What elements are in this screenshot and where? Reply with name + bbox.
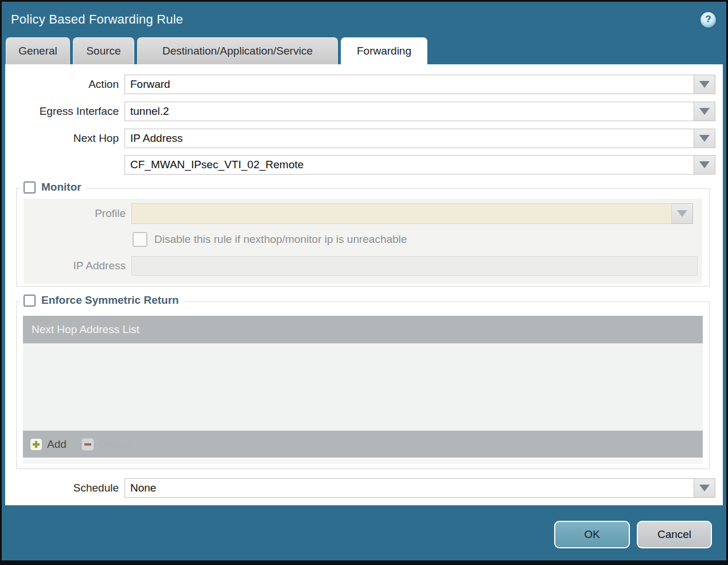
next-hop-address-list-footer: Add Delete bbox=[23, 431, 703, 458]
profile-dropdown-button bbox=[672, 203, 693, 224]
next-hop-address-list-table: Next Hop Address List Add Delete bbox=[23, 316, 703, 464]
tab-forwarding[interactable]: Forwarding bbox=[341, 37, 427, 64]
monitor-legend: Monitor bbox=[21, 181, 87, 194]
action-label: Action bbox=[5, 78, 119, 91]
schedule-row: Schedule None bbox=[5, 478, 715, 498]
egress-interface-dropdown-button[interactable] bbox=[694, 102, 715, 121]
profile-label: Profile bbox=[24, 207, 126, 220]
table-scrollbar-track[interactable] bbox=[23, 459, 703, 464]
enforce-symmetric-return-legend: Enforce Symmetric Return bbox=[21, 294, 185, 307]
dialog-titlebar: Policy Based Forwarding Rule ? bbox=[2, 2, 726, 37]
next-hop-address-list-header: Next Hop Address List bbox=[23, 316, 703, 343]
chevron-down-icon bbox=[699, 108, 710, 115]
add-button[interactable]: Add bbox=[30, 438, 67, 451]
action-select[interactable]: Forward bbox=[124, 75, 694, 94]
chevron-down-icon bbox=[699, 135, 710, 142]
policy-based-forwarding-dialog: Policy Based Forwarding Rule ? General S… bbox=[0, 0, 728, 565]
chevron-down-icon bbox=[699, 81, 710, 88]
disable-rule-checkbox bbox=[133, 232, 147, 247]
schedule-label: Schedule bbox=[5, 482, 119, 494]
egress-interface-label: Egress Interface bbox=[5, 105, 119, 118]
tab-source[interactable]: Source bbox=[73, 37, 134, 64]
tab-destination-application-service[interactable]: Destination/Application/Service bbox=[137, 37, 338, 64]
cancel-button[interactable]: Cancel bbox=[637, 521, 712, 548]
egress-interface-select[interactable]: tunnel.2 bbox=[124, 102, 694, 121]
next-hop-address-select[interactable]: CF_MWAN_IPsec_VTI_02_Remote bbox=[124, 155, 694, 175]
monitor-ip-address-row: IP Address bbox=[24, 256, 698, 276]
next-hop-type-select[interactable]: IP Address bbox=[124, 129, 694, 148]
monitor-title: Monitor bbox=[41, 181, 81, 194]
next-hop-address-list-body[interactable] bbox=[23, 343, 703, 431]
monitor-body: Profile Disable this rule if nexthop/mon… bbox=[24, 199, 702, 284]
monitor-ip-address-label: IP Address bbox=[24, 260, 126, 272]
monitor-section: Monitor Profile Disable this rule if nex… bbox=[16, 188, 710, 287]
ok-button[interactable]: OK bbox=[554, 521, 630, 548]
plus-icon bbox=[30, 438, 42, 451]
enforce-symmetric-return-title: Enforce Symmetric Return bbox=[41, 294, 179, 307]
action-row: Action Forward bbox=[5, 75, 715, 94]
schedule-dropdown-button[interactable] bbox=[694, 478, 715, 498]
next-hop-address-dropdown-button[interactable] bbox=[694, 155, 715, 175]
action-dropdown-button[interactable] bbox=[694, 75, 715, 94]
tab-bar: General Source Destination/Application/S… bbox=[2, 37, 726, 64]
egress-interface-row: Egress Interface tunnel.2 bbox=[5, 102, 715, 121]
monitor-checkbox[interactable] bbox=[24, 181, 36, 194]
schedule-select[interactable]: None bbox=[124, 478, 694, 498]
help-icon[interactable]: ? bbox=[700, 12, 716, 28]
monitor-ip-address-input bbox=[131, 256, 698, 276]
delete-button: Delete bbox=[81, 438, 130, 451]
minus-icon bbox=[81, 438, 94, 451]
tab-content-forwarding: Action Forward Egress Interface tunnel.2… bbox=[5, 64, 723, 505]
tab-general[interactable]: General bbox=[6, 37, 70, 64]
next-hop-dropdown-button[interactable] bbox=[694, 129, 715, 148]
profile-row: Profile bbox=[24, 203, 698, 224]
dialog-button-bar: OK Cancel bbox=[2, 521, 712, 548]
disable-rule-row: Disable this rule if nexthop/monitor ip … bbox=[24, 232, 698, 247]
dialog-title: Policy Based Forwarding Rule bbox=[11, 12, 183, 27]
enforce-symmetric-return-checkbox[interactable] bbox=[24, 295, 36, 307]
profile-select bbox=[131, 203, 672, 224]
chevron-down-icon bbox=[699, 161, 710, 168]
chevron-down-icon bbox=[677, 210, 687, 217]
enforce-symmetric-return-section: Enforce Symmetric Return Next Hop Addres… bbox=[16, 301, 710, 469]
next-hop-label: Next Hop bbox=[5, 132, 119, 145]
disable-rule-label: Disable this rule if nexthop/monitor ip … bbox=[154, 233, 407, 246]
chevron-down-icon bbox=[699, 485, 710, 492]
next-hop-address-row: CF_MWAN_IPsec_VTI_02_Remote bbox=[5, 155, 715, 175]
next-hop-row: Next Hop IP Address bbox=[5, 129, 715, 148]
